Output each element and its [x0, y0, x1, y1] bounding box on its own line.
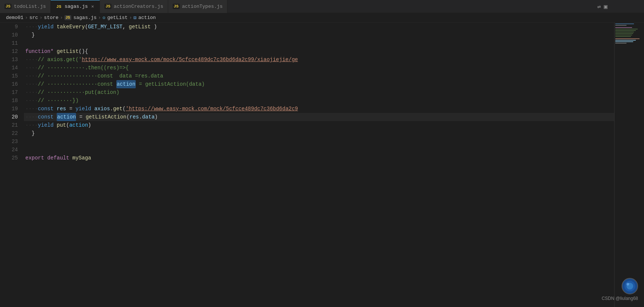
svg-rect-7: [615, 35, 632, 35]
line-num-18: 18: [0, 96, 18, 105]
js-icon-todolist: JS: [4, 4, 12, 9]
svg-rect-6: [615, 33, 633, 34]
code-line-23: [24, 137, 614, 146]
line-num-11: 11: [0, 39, 18, 47]
breadcrumb-sagas: sagas.js: [73, 15, 97, 20]
tab-actiontypes-label: actionTypes.js: [182, 4, 223, 9]
line-num-12: 12: [0, 47, 18, 56]
tab-actiontypes[interactable]: JS actionTypes.js: [168, 0, 227, 13]
breadcrumb-getlist: getList: [107, 15, 128, 20]
tab-sagas-label: sagas.js: [65, 4, 88, 9]
line-num-22: 22: [0, 129, 18, 137]
svg-rect-2: [615, 27, 632, 28]
minimap-svg: [615, 23, 644, 307]
breadcrumb-var-icon: ⊡: [133, 15, 136, 21]
code-line-25: export default mySaga: [24, 154, 614, 162]
line-num-10: 10: [0, 31, 18, 39]
code-line-19: ···· const res = yield axios . get ( 'ht…: [24, 105, 614, 113]
svg-rect-4: [615, 30, 636, 31]
highlighted-action: action: [57, 113, 76, 121]
line-num-21: 21: [0, 121, 18, 129]
code-line-16: ···· // ················ const action = …: [24, 80, 614, 88]
svg-rect-11: [615, 41, 633, 42]
code-line-14: ···· // ············.then((res)=>{: [24, 64, 614, 72]
tab-todolist[interactable]: JS todoList.js: [0, 0, 51, 13]
line-numbers: 9 10 11 12 13 14 15 16 17 18 19 20 21 22…: [0, 23, 22, 307]
line-num-9: 9: [0, 23, 18, 31]
minimap: [614, 23, 644, 307]
breadcrumb-action: action: [138, 15, 156, 20]
svg-rect-0: [615, 23, 634, 24]
tab-todolist-label: todoList.js: [14, 4, 46, 9]
code-line-17: ···· // ············ put(action): [24, 88, 614, 96]
svg-rect-8: [615, 36, 631, 37]
code-container: 9 10 11 12 13 14 15 16 17 18 19 20 21 22…: [0, 23, 644, 307]
code-editor[interactable]: ···· yield takeEvery ( GET_MY_LIST , get…: [22, 23, 614, 307]
tab-bar: JS todoList.js JS sagas.js ✕ JS actionCr…: [0, 0, 644, 13]
avatar: [622, 278, 638, 294]
js-icon-actiontypes: JS: [173, 4, 180, 9]
breadcrumb-sep5: ›: [129, 15, 132, 20]
line-num-16: 16: [0, 80, 18, 88]
watermark-text: CSDN @liulang68: [601, 296, 638, 301]
code-line-24: [24, 146, 614, 154]
line-num-17: 17: [0, 88, 18, 96]
tab-actioncreators-label: actionCreators.js: [114, 4, 163, 9]
code-line-20: ···· const action = getListAction ( res …: [24, 113, 614, 121]
split-editor-icon[interactable]: ⇌: [597, 3, 601, 10]
code-line-22: }: [24, 129, 614, 137]
svg-rect-5: [615, 32, 634, 32]
svg-rect-10: [615, 40, 636, 41]
close-sagas-button[interactable]: ✕: [90, 3, 95, 10]
breadcrumb-src: src: [29, 15, 38, 20]
line-num-19: 19: [0, 105, 18, 113]
code-line-11: [24, 39, 614, 47]
line-num-14: 14: [0, 64, 18, 72]
js-icon-actioncreators: JS: [104, 4, 111, 9]
breadcrumb-sep3: ›: [60, 15, 63, 20]
breadcrumb: demo01 › src › store › JS sagas.js › ⊙ g…: [0, 13, 644, 23]
breadcrumb-store: store: [44, 15, 59, 20]
code-line-12: function * getList (){: [24, 47, 614, 56]
breadcrumb-js-badge: JS: [65, 15, 71, 20]
svg-rect-1: [615, 25, 626, 26]
code-line-21: ···· yield put ( action ): [24, 121, 614, 129]
code-line-13: ···· // axios.get(' https://www.easy-moc…: [24, 56, 614, 64]
line-num-24: 24: [0, 146, 18, 154]
code-line-10: }: [24, 31, 614, 39]
tab-sagas[interactable]: JS sagas.js ✕: [51, 0, 100, 13]
line-num-13: 13: [0, 56, 18, 64]
code-line-18: ···· // ········}): [24, 96, 614, 105]
bottom-right-overlay: CSDN @liulang68: [601, 278, 638, 301]
breadcrumb-sep2: ›: [40, 15, 43, 20]
svg-point-16: [626, 283, 629, 285]
code-line-15: ···· // ················ const data =res…: [24, 72, 614, 80]
svg-rect-3: [615, 29, 638, 29]
line-num-20: 20: [0, 113, 18, 121]
line-num-23: 23: [0, 137, 18, 146]
breadcrumb-file-icon: ⊙: [103, 15, 106, 21]
breadcrumb-sep1: ›: [25, 15, 28, 20]
top-right-toolbar: ⇌ ▣: [597, 0, 610, 13]
js-icon-sagas: JS: [55, 4, 62, 9]
tab-actioncreators[interactable]: JS actionCreators.js: [100, 0, 168, 13]
breadcrumb-demo01: demo01: [6, 15, 23, 20]
code-line-9: ···· yield takeEvery ( GET_MY_LIST , get…: [24, 23, 614, 31]
line-num-15: 15: [0, 72, 18, 80]
line-num-25: 25: [0, 154, 18, 162]
svg-rect-9: [615, 38, 640, 39]
breadcrumb-sep4: ›: [98, 15, 101, 20]
more-actions-icon[interactable]: ▣: [604, 3, 607, 10]
svg-rect-12: [615, 43, 626, 44]
